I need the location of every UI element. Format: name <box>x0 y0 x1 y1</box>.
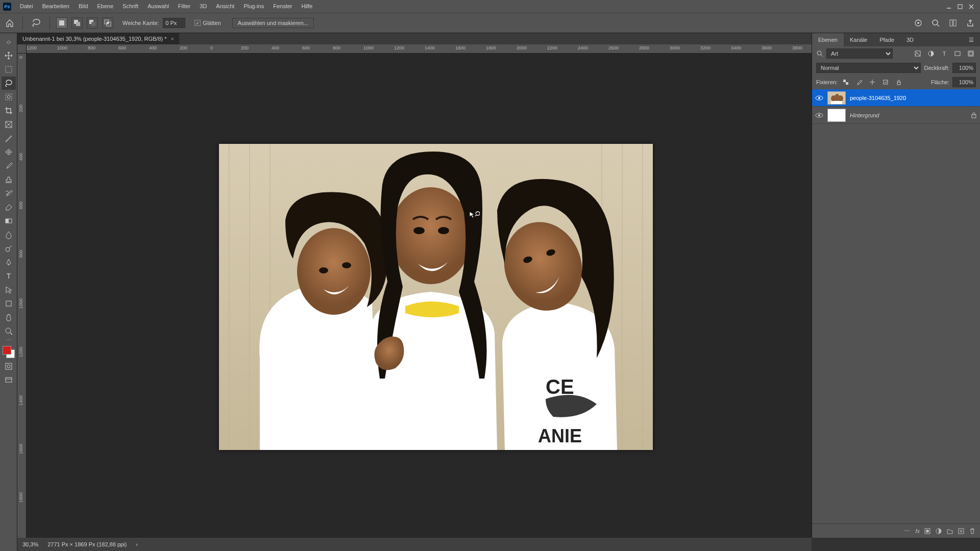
layer-thumbnail[interactable] <box>827 109 846 122</box>
arrange-icon[interactable] <box>946 16 960 30</box>
document-tab[interactable]: Unbenannt-1 bei 30,3% (people-3104635_19… <box>17 33 179 44</box>
menu-plugins[interactable]: Plug-ins <box>239 0 268 13</box>
window-close[interactable] <box>966 1 977 12</box>
tab-channels[interactable]: Kanäle <box>844 33 873 46</box>
layer-filter-select[interactable]: Art <box>826 48 893 59</box>
layer-row[interactable]: Hintergrund <box>812 107 980 124</box>
share-icon[interactable] <box>964 16 977 30</box>
blend-mode-select[interactable]: Normal <box>816 63 921 73</box>
filter-image-icon[interactable] <box>913 48 923 59</box>
layer-name[interactable]: people-3104635_1920 <box>850 95 906 101</box>
group-icon[interactable] <box>946 528 953 535</box>
foreground-color-swatch[interactable] <box>3 346 11 355</box>
visibility-icon[interactable] <box>815 95 823 101</box>
frame-tool[interactable] <box>2 118 16 131</box>
layer-row[interactable]: people-3104635_1920 <box>812 89 980 107</box>
menu-edit[interactable]: Bearbeiten <box>38 0 74 13</box>
search-icon[interactable] <box>816 50 823 57</box>
selection-add[interactable] <box>71 17 83 29</box>
close-tab-icon[interactable]: × <box>171 33 174 44</box>
selection-intersect[interactable] <box>102 17 113 29</box>
fx-icon[interactable]: fx <box>915 528 920 534</box>
move-tool[interactable] <box>2 49 16 62</box>
canvas[interactable]: CEANIE <box>219 144 653 450</box>
menu-window[interactable]: Fenster <box>268 0 297 13</box>
workspace[interactable]: 1200100080060040020002004006008001000120… <box>17 44 812 538</box>
tab-layers[interactable]: Ebenen <box>812 33 844 46</box>
selection-subtract[interactable] <box>87 17 98 29</box>
tab-3d[interactable]: 3D <box>900 33 920 46</box>
panel-menu-icon[interactable]: ☰ <box>963 33 980 46</box>
filter-type-icon[interactable]: T <box>939 48 949 59</box>
menu-file[interactable]: Datei <box>15 0 38 13</box>
ruler-vertical[interactable]: 020040060080010001200140016001800 <box>17 54 27 538</box>
type-tool[interactable]: T <box>2 269 16 283</box>
layer-thumbnail[interactable] <box>827 91 846 105</box>
delete-icon[interactable] <box>969 528 976 535</box>
blur-tool[interactable] <box>2 228 16 241</box>
stamp-tool[interactable] <box>2 173 16 186</box>
doc-info[interactable]: 2771 Px × 1869 Px (182,88 ppi) <box>47 541 127 547</box>
lasso-tool-icon[interactable] <box>29 16 43 30</box>
layer-name[interactable]: Hintergrund <box>850 112 879 118</box>
quick-select-tool[interactable] <box>2 90 16 104</box>
menu-image[interactable]: Bild <box>74 0 92 13</box>
menu-select[interactable]: Auswahl <box>143 0 174 13</box>
lock-position-icon[interactable] <box>867 77 877 87</box>
filter-adjustment-icon[interactable] <box>926 48 936 59</box>
color-swatches[interactable] <box>2 345 16 359</box>
visibility-icon[interactable] <box>815 112 823 118</box>
antialias-checkbox[interactable] <box>194 20 201 26</box>
marquee-tool[interactable] <box>2 63 16 76</box>
lock-image-icon[interactable] <box>854 77 864 87</box>
lock-transparent-icon[interactable] <box>841 77 851 87</box>
filter-shape-icon[interactable] <box>952 48 963 59</box>
menu-filter[interactable]: Filter <box>174 0 195 13</box>
lock-icon[interactable] <box>971 112 977 119</box>
lock-nested-icon[interactable] <box>880 77 891 87</box>
home-button[interactable] <box>3 16 16 30</box>
screen-mode-tool[interactable] <box>2 373 16 387</box>
expand-tools-icon[interactable] <box>2 35 16 48</box>
dodge-tool[interactable] <box>2 242 16 255</box>
lock-all-icon[interactable] <box>894 77 904 87</box>
history-brush-tool[interactable] <box>2 187 16 200</box>
quick-mask-tool[interactable] <box>2 360 16 373</box>
menu-type[interactable]: Schrift <box>118 0 143 13</box>
opacity-input[interactable] <box>952 63 976 73</box>
info-chevron-icon[interactable]: › <box>136 541 138 547</box>
ruler-origin[interactable] <box>17 44 27 54</box>
select-and-mask-button[interactable]: Auswählen und maskieren... <box>232 18 314 28</box>
crop-tool[interactable] <box>2 104 16 117</box>
ruler-horizontal[interactable]: 1200100080060040020002004006008001000120… <box>27 44 812 54</box>
fill-input[interactable] <box>952 77 976 87</box>
zoom-level[interactable]: 30,3% <box>22 541 38 547</box>
path-select-tool[interactable] <box>2 283 16 296</box>
mask-icon[interactable] <box>924 528 931 535</box>
tab-paths[interactable]: Pfade <box>873 33 900 46</box>
lasso-tool[interactable] <box>2 77 16 90</box>
menu-help[interactable]: Hilfe <box>297 0 317 13</box>
window-maximize[interactable] <box>954 1 966 12</box>
pen-tool[interactable] <box>2 256 16 269</box>
window-minimize[interactable] <box>943 1 954 12</box>
brush-tool[interactable] <box>2 159 16 172</box>
feather-input[interactable] <box>163 18 185 28</box>
filter-smart-icon[interactable] <box>966 48 976 59</box>
link-layers-icon[interactable] <box>903 528 911 535</box>
search-icon[interactable] <box>929 16 942 30</box>
menu-view[interactable]: Ansicht <box>211 0 239 13</box>
hand-tool[interactable] <box>2 311 16 324</box>
adjustment-icon[interactable] <box>935 528 942 535</box>
cloud-docs-icon[interactable] <box>912 16 925 30</box>
gradient-tool[interactable] <box>2 214 16 228</box>
eyedropper-tool[interactable] <box>2 132 16 145</box>
shape-tool[interactable] <box>2 297 16 310</box>
menu-layer[interactable]: Ebene <box>92 0 118 13</box>
new-layer-icon[interactable] <box>958 528 965 535</box>
selection-new[interactable] <box>56 17 67 29</box>
menu-3d[interactable]: 3D <box>195 0 211 13</box>
zoom-tool[interactable] <box>2 324 16 338</box>
eraser-tool[interactable] <box>2 201 16 214</box>
healing-tool[interactable] <box>2 145 16 159</box>
